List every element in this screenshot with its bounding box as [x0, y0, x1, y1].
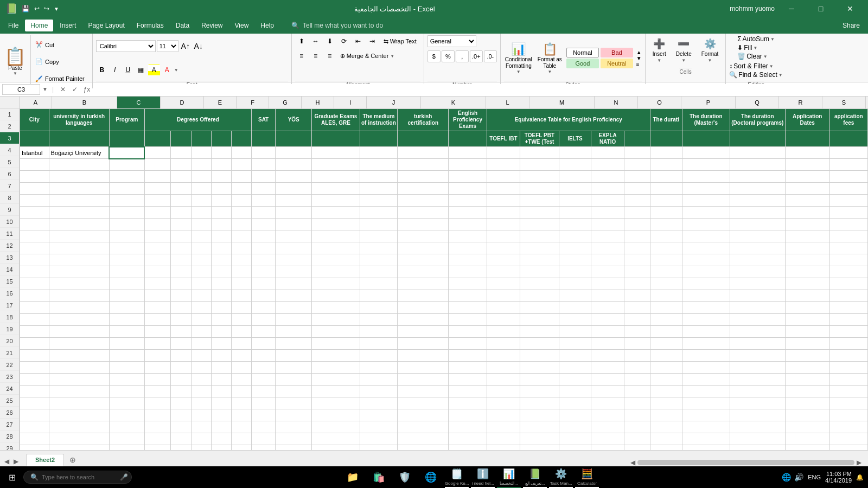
menu-data[interactable]: Data [170, 20, 195, 31]
col-header-K[interactable]: K [421, 97, 486, 108]
cell-E2[interactable] [171, 131, 191, 147]
col-header-D[interactable]: D [161, 97, 204, 108]
cell-A1[interactable]: City [20, 109, 49, 131]
cell-T2[interactable] [650, 131, 682, 147]
neutral-style-button[interactable]: Neutral [601, 59, 633, 68]
cell-H2[interactable] [231, 131, 251, 147]
autosum-button[interactable]: Σ AutoSum ▼ [737, 35, 775, 43]
row-num-20[interactable]: 20 [0, 335, 19, 347]
row-num-27[interactable]: 27 [0, 419, 19, 431]
name-box[interactable] [2, 84, 40, 95]
quick-access-arrow[interactable]: ▼ [54, 6, 59, 12]
microphone-icon[interactable]: 🎤 [120, 473, 128, 481]
redo-icon[interactable]: ↪ [44, 5, 49, 12]
cell-J1[interactable]: YÖS [276, 109, 312, 131]
merge-center-button[interactable]: ⊕ Merge & Center ▼ [337, 51, 398, 61]
format-painter-button[interactable]: 🖌️ Format Painter [33, 74, 87, 84]
indent-increase-button[interactable]: ⇥ [366, 35, 379, 47]
volume-icon[interactable]: 🔊 [794, 473, 803, 481]
cell-A2[interactable] [20, 131, 49, 147]
row-num-14[interactable]: 14 [0, 264, 19, 275]
cell-J3[interactable] [276, 147, 312, 159]
decrease-font-button[interactable]: A↓ [193, 40, 205, 52]
align-middle-button[interactable]: ↔ [309, 35, 322, 47]
cell-N2[interactable] [449, 131, 487, 147]
styles-more[interactable]: ≡ [636, 61, 642, 67]
col-header-A[interactable]: A [20, 97, 52, 108]
cell-P3[interactable] [520, 147, 559, 159]
row-num-8[interactable]: 8 [0, 192, 19, 204]
row-num-3[interactable]: 3 [0, 132, 19, 144]
row-num-12[interactable]: 12 [0, 240, 19, 252]
cell-O3[interactable] [487, 147, 520, 159]
row-num-21[interactable]: 21 [0, 347, 19, 359]
col-header-G[interactable]: G [269, 97, 302, 108]
cell-U3[interactable] [682, 147, 730, 159]
decrease-decimal-button[interactable]: .0- [484, 50, 497, 62]
cell-W2[interactable] [785, 131, 829, 147]
cell-E3[interactable] [171, 147, 191, 159]
cell-A4[interactable] [20, 159, 49, 171]
col-header-O[interactable]: O [638, 97, 681, 108]
comma-button[interactable]: , [456, 50, 469, 62]
network-icon[interactable]: 🌐 [782, 473, 791, 481]
minimize-button[interactable]: ─ [779, 0, 804, 17]
cell-I1[interactable]: SAT [252, 109, 276, 131]
cell-G2[interactable] [211, 131, 231, 147]
cell-C3[interactable] [109, 147, 144, 159]
cell-V2[interactable] [730, 131, 785, 147]
taskbar-app-excel2[interactable]: 📗 تعريف الع... [523, 466, 547, 488]
text-direction-button[interactable]: ⟳ [337, 35, 350, 47]
time-display[interactable]: 11:03 PM 4/14/2019 [825, 471, 852, 484]
cell-C2[interactable] [109, 131, 144, 147]
row-num-16[interactable]: 16 [0, 287, 19, 299]
cell-V1[interactable]: The duration (Doctoral programs) [730, 109, 785, 131]
cell-K1[interactable]: Graduate Exams ALES, GRE [312, 109, 360, 131]
col-header-S[interactable]: S [822, 97, 866, 108]
row-num-26[interactable]: 26 [0, 407, 19, 419]
col-header-J[interactable]: J [367, 97, 421, 108]
row-num-9[interactable]: 9 [0, 204, 19, 216]
bad-style-button[interactable]: Bad [601, 48, 633, 57]
menu-file[interactable]: File [3, 20, 24, 31]
row-num-4[interactable]: 4 [0, 144, 19, 156]
scroll-left-button[interactable]: ◀ [630, 459, 635, 466]
cell-C1[interactable]: Program [109, 109, 144, 131]
cancel-formula-icon[interactable]: ✕ [58, 85, 68, 94]
number-format-select[interactable]: General [427, 35, 476, 47]
search-box[interactable]: 🔍 🎤 [23, 471, 132, 484]
border-button[interactable]: ▦ [135, 64, 147, 76]
cell-B2[interactable] [49, 131, 109, 147]
col-header-H[interactable]: H [302, 97, 334, 108]
row-num-17[interactable]: 17 [0, 299, 19, 311]
taskbar-app-antivirus[interactable]: 🛡️ [393, 466, 417, 488]
col-header-T[interactable]: T [866, 97, 868, 108]
formula-expand-icon[interactable]: ▼ [42, 86, 48, 92]
cell-I3[interactable] [252, 147, 276, 159]
row-num-5[interactable]: 5 [0, 156, 19, 168]
taskbar-app-calculator[interactable]: 🧮 Calculator [575, 466, 599, 488]
scroll-sheets-right[interactable]: ▶ [11, 457, 21, 466]
cell-L1[interactable]: The medium of instruction [360, 109, 398, 131]
cell-X3[interactable] [829, 147, 867, 159]
taskbar-app-store[interactable]: 🛍️ [367, 466, 391, 488]
merge-dropdown[interactable]: ▼ [390, 54, 394, 59]
paste-button[interactable]: 📋 Paste ▼ [3, 35, 31, 88]
col-header-R[interactable]: R [779, 97, 822, 108]
row-num-1[interactable]: 1 [0, 108, 19, 120]
insert-function-icon[interactable]: ƒx [82, 85, 92, 94]
cell-X2[interactable] [829, 131, 867, 147]
cell-I2[interactable] [252, 131, 276, 147]
taskbar-app-help[interactable]: ℹ️ i need hel... [471, 466, 495, 488]
styles-scroll-up[interactable]: ▲ [636, 49, 642, 55]
taskbar-app-browser[interactable]: 🌐 [419, 466, 443, 488]
align-top-button[interactable]: ⬆ [295, 35, 308, 47]
cell-X1[interactable]: application fees [829, 109, 867, 131]
find-select-button[interactable]: 🔍 Find & Select ▼ [729, 71, 782, 79]
font-color-arrow[interactable]: ▼ [174, 68, 178, 73]
good-style-button[interactable]: Good [566, 59, 599, 68]
menu-insert[interactable]: Insert [54, 20, 81, 31]
row-num-2[interactable]: 2 [0, 120, 19, 132]
close-button[interactable]: ✕ [838, 0, 863, 17]
cell-Q3[interactable] [559, 147, 591, 159]
